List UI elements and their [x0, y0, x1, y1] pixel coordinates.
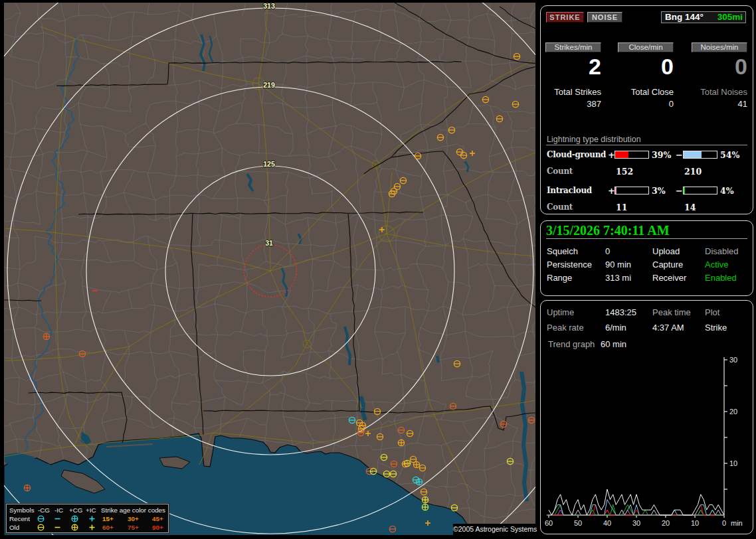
total-close-value: 0: [618, 99, 674, 109]
uptime-label: Uptime: [547, 306, 574, 319]
bearing-label: Bng 144°: [665, 12, 704, 23]
strike-symbol: [24, 485, 30, 491]
squelch-value: 0: [605, 245, 610, 258]
ring-label-125: 125: [263, 160, 275, 168]
distribution-title: Lightning type distribution: [547, 135, 641, 144]
ic-negative-percent: 4%: [720, 186, 734, 196]
map-legend: Symbols -CG -IC +CG +IC Strike age color…: [6, 504, 169, 533]
stats-row: Peak rate 6/min 4:37 AM Strike: [541, 321, 753, 335]
uptime-value: 1483:25: [605, 306, 636, 319]
peak-time-label: Peak time: [652, 306, 691, 319]
cg-positive-bar-fill: [615, 151, 628, 158]
x-tick-label: 10: [691, 519, 699, 527]
datetime-display: 3/15/2026 7:40:11 AM: [546, 223, 670, 238]
ring-label-31: 31: [265, 239, 273, 247]
cloud-ground-label: Cloud-ground: [547, 150, 606, 159]
trend-series-IC+: [549, 510, 724, 515]
capture-label: Capture: [652, 258, 683, 271]
status-panel: 3/15/2026 7:40:11 AM Squelch 0 Upload Di…: [540, 220, 753, 296]
x-axis-unit: min: [731, 519, 743, 527]
upload-label: Upload: [652, 245, 680, 258]
peak-rate-value: 6/min: [605, 321, 626, 335]
receiver-label: Receiver: [652, 271, 686, 285]
strike-symbol: [422, 497, 428, 502]
legend-icm-icon: [53, 523, 62, 532]
status-row: Squelch 0 Upload Disabled: [541, 245, 753, 258]
cg-negative-bar: [683, 151, 717, 159]
peak-time-value: 4:37 AM: [652, 321, 684, 335]
legend-icp-icon: [88, 514, 96, 523]
intracloud-label: Intracloud: [547, 186, 592, 195]
strike-map[interactable]: 31125219313: [0, 0, 539, 539]
legend-header-row: Symbols -CG -IC +CG +IC Strike age color…: [7, 506, 168, 514]
noises-per-min-header[interactable]: Noises/min: [692, 42, 747, 52]
cg-positive-percent: 39%: [652, 150, 671, 160]
legend-col-ic-neg: -IC: [54, 506, 63, 514]
intracloud-count-row: Count 11 14: [541, 202, 753, 213]
age-code-label: 90+: [152, 523, 163, 532]
ring-label-313: 313: [263, 2, 275, 10]
x-tick-label: 0: [722, 519, 726, 527]
count-label: Count: [547, 167, 573, 176]
legend-cgm-icon: [37, 523, 45, 532]
strike-symbol: [416, 479, 422, 485]
trend-series-Total: [549, 489, 724, 515]
noises-per-min-value: 0: [692, 54, 747, 78]
cg-positive-count: 152: [616, 167, 633, 177]
plot-mode-value: Strike: [705, 321, 727, 335]
ring-label-219: 219: [263, 81, 275, 89]
noise-toggle-button[interactable]: NOISE: [587, 12, 622, 23]
capture-value: Active: [705, 258, 728, 271]
legend-cgp-icon: [70, 514, 79, 523]
range-value: 313 mi: [605, 271, 631, 285]
legend-icp-icon: [88, 523, 96, 532]
ic-positive-count: 11: [616, 202, 627, 212]
age-code-label: 30+: [128, 514, 139, 523]
range-label: Range: [547, 271, 572, 285]
minus-sign: −: [676, 186, 683, 196]
age-code-label: 45+: [152, 514, 163, 523]
total-noises-label: Total Noises: [692, 87, 747, 97]
strike-stats-panel: STRIKE NOISE Bng 144° 305mi Strikes/min …: [540, 5, 753, 214]
legend-old-row: Old60+75+90+: [7, 523, 168, 532]
copyright-notice: ©2005 Astrogenic Systems: [453, 524, 537, 535]
total-strikes-value: 387: [545, 99, 601, 109]
legend-col-ic-pos: +IC: [86, 506, 96, 514]
trend-panel: Uptime 1483:25 Peak time Plot Peak rate …: [540, 300, 753, 534]
status-row: Range 313 mi Receiver Enabled: [541, 271, 753, 285]
strike-symbol: [398, 439, 404, 445]
y-tick-label: 20: [729, 408, 737, 416]
plot-label: Plot: [705, 306, 719, 319]
legend-age-title: Strike age color codes: [101, 506, 165, 514]
app-window: 31125219313 Symbols -CG -IC +CG +IC Stri…: [0, 0, 756, 539]
age-code-label: 60+: [102, 523, 114, 532]
intracloud-row: Intracloud + 3% − 4%: [541, 186, 753, 196]
age-code-label: 15+: [102, 514, 114, 523]
ic-negative-bar-fill: [684, 187, 685, 194]
legend-symbols-label: Symbols: [9, 506, 35, 514]
legend-cgp-icon: [70, 523, 79, 532]
y-tick-label: 30: [729, 356, 737, 364]
upload-value: Disabled: [705, 245, 739, 258]
total-noises-value: 41: [692, 99, 747, 109]
legend-col-cg-neg: -CG: [38, 506, 50, 514]
ic-negative-count: 14: [684, 202, 696, 212]
legend-recent-row: Recent15+30+45+: [7, 514, 168, 523]
strike-symbol: [422, 504, 428, 510]
squelch-label: Squelch: [547, 245, 578, 258]
persistence-value: 90 min: [605, 258, 631, 271]
close-per-min-header[interactable]: Close/min: [618, 42, 674, 52]
stats-row: Uptime 1483:25 Peak time Plot: [541, 306, 753, 319]
strike-toggle-button[interactable]: STRIKE: [546, 12, 584, 23]
legend-cgm-icon: [37, 514, 45, 523]
age-code-label: 75+: [128, 523, 139, 532]
trend-graph-label: Trend graph: [548, 339, 595, 349]
legend-row-label: Old: [9, 523, 19, 532]
strikes-per-min-header[interactable]: Strikes/min: [545, 42, 601, 52]
legend-row-label: Recent: [9, 514, 30, 523]
cg-positive-bar: [614, 151, 649, 159]
y-tick-label: 10: [729, 459, 737, 467]
strike-symbol: [413, 461, 419, 467]
cg-negative-count: 210: [684, 167, 702, 177]
trend-graph-window: 60 min: [601, 339, 626, 349]
